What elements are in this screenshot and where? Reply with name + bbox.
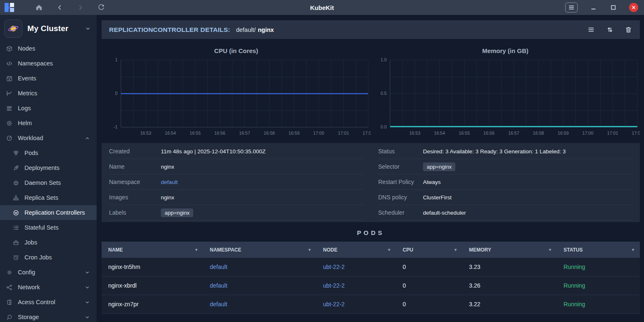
svg-text:16:55: 16:55 <box>459 131 470 136</box>
sidebar-item-workload[interactable]: Workload <box>0 131 97 145</box>
svg-text:16:58: 16:58 <box>264 131 275 136</box>
pod-namespace-link[interactable]: default <box>203 301 316 307</box>
svg-text:16:59: 16:59 <box>289 131 300 136</box>
pod-namespace-link[interactable]: default <box>203 282 316 289</box>
pod-cpu: 0 <box>396 301 462 307</box>
forward-icon[interactable] <box>76 3 85 12</box>
sidebar-item-config[interactable]: Config <box>0 265 97 280</box>
pods-table-body: nginx-tn5hm default ubt-22-2 0 3.23 Runn… <box>102 258 640 322</box>
trash-icon[interactable] <box>625 26 632 34</box>
label-badge: app=nginx <box>161 208 193 217</box>
dropdown-caret-icon[interactable]: ▾ <box>549 247 551 252</box>
column-header-name[interactable]: NAME▾ <box>102 242 203 258</box>
svg-text:16:54: 16:54 <box>165 131 176 136</box>
svg-text:16:53: 16:53 <box>409 131 420 136</box>
svg-text:17:01: 17:01 <box>338 131 349 136</box>
column-header-cpu[interactable]: CPU▾ <box>396 242 462 258</box>
svg-text:-1: -1 <box>114 125 118 130</box>
charts-row: CPU (in Cores) 10-116:5316:5416:5516:561… <box>102 43 640 140</box>
helm-wheel-icon <box>6 120 13 127</box>
sidebar-item-namespaces[interactable]: Namespaces <box>0 56 97 71</box>
sidebar-item-access-control[interactable]: Acess Control <box>0 295 97 310</box>
svg-text:0.0: 0.0 <box>381 125 387 130</box>
pod-name: nginx-xbrdl <box>102 282 203 289</box>
dropdown-caret-icon[interactable]: ▾ <box>632 247 634 252</box>
pod-memory: 3.26 <box>462 282 557 289</box>
svg-text:1: 1 <box>115 58 118 63</box>
dropdown-caret-icon[interactable]: ▾ <box>388 247 390 252</box>
column-header-status[interactable]: STATUS▾ <box>557 242 640 258</box>
gear-icon <box>6 269 13 276</box>
svg-text:16:58: 16:58 <box>533 131 544 136</box>
window-menu-button[interactable] <box>565 2 578 12</box>
pod-namespace-link[interactable]: default <box>203 264 316 270</box>
pod-cpu: 0 <box>396 282 462 289</box>
sidebar-item-storage[interactable]: Storage <box>0 310 97 322</box>
sort-icon[interactable] <box>606 26 614 34</box>
pod-node-link[interactable]: ubt-22-2 <box>316 282 396 289</box>
pods-icon <box>12 150 19 157</box>
column-header-node[interactable]: NODE▾ <box>316 242 396 258</box>
pod-node-link[interactable]: ubt-22-2 <box>316 264 396 270</box>
breadcrumb-name: nginx <box>258 27 274 33</box>
back-icon[interactable] <box>56 3 64 12</box>
share-icon <box>6 284 13 291</box>
column-header-namespace[interactable]: NAMESPACE▾ <box>203 242 316 258</box>
svg-text:16:54: 16:54 <box>434 131 445 136</box>
svg-text:0.5: 0.5 <box>381 91 387 96</box>
sidebar: My Cluster Nodes Namespaces Events Metri… <box>0 15 97 322</box>
detail-row-status: StatusDesired: 3 Available: 3 Ready: 3 G… <box>378 144 632 159</box>
details-panel: Created11m 48s ago | 2025-12-04T10:50:35… <box>102 143 640 222</box>
sidebar-item-stateful-sets[interactable]: Stateful Sets <box>0 220 97 235</box>
svg-text:1.0: 1.0 <box>381 58 387 63</box>
minimize-icon[interactable] <box>589 3 598 12</box>
sidebar-item-pods[interactable]: Pods <box>0 145 97 160</box>
clock-icon <box>12 254 19 261</box>
sidebar-item-nodes[interactable]: Nodes <box>0 41 97 56</box>
maximize-icon[interactable] <box>609 3 617 12</box>
pod-memory: 3.23 <box>462 264 557 270</box>
chevron-down-icon <box>85 300 90 305</box>
pod-status: Running <box>557 282 640 289</box>
dropdown-caret-icon[interactable]: ▾ <box>309 247 311 252</box>
sidebar-item-jobs[interactable]: Jobs <box>0 235 97 250</box>
svg-text:16:55: 16:55 <box>190 131 201 136</box>
page-title: REPLICATIONCONTROLLER DETAILS: <box>109 26 230 34</box>
sidebar-item-metrics[interactable]: Metrics <box>0 86 97 101</box>
namespaces-icon <box>6 60 13 67</box>
table-row[interactable]: nginx-xbrdl default ubt-22-2 0 3.26 Runn… <box>102 276 640 295</box>
sidebar-item-events[interactable]: Events <box>0 71 97 86</box>
table-row[interactable]: nginx-zn7pr default ubt-22-2 0 3.22 Runn… <box>102 295 640 314</box>
tree-icon <box>12 194 19 201</box>
dropdown-caret-icon[interactable]: ▾ <box>195 247 197 252</box>
table-row[interactable]: nginx-tn5hm default ubt-22-2 0 3.23 Runn… <box>102 258 640 276</box>
sidebar-item-cron-jobs[interactable]: Cron Jobs <box>0 250 97 265</box>
svg-text:16:59: 16:59 <box>558 131 569 136</box>
chevron-up-icon <box>85 136 90 141</box>
detail-row-restart-policy: Restart PolicyAlways <box>378 174 632 190</box>
pod-status: Running <box>557 301 640 307</box>
column-header-memory[interactable]: MEMORY▾ <box>462 242 557 258</box>
dropdown-caret-icon[interactable]: ▾ <box>454 247 457 252</box>
svg-text:17:02: 17:02 <box>363 131 371 136</box>
sidebar-item-network[interactable]: Network <box>0 280 97 295</box>
close-icon[interactable] <box>629 3 638 12</box>
namespace-link[interactable]: default <box>161 179 178 185</box>
sidebar-item-helm[interactable]: Helm <box>0 116 97 131</box>
sidebar-item-logs[interactable]: Logs <box>0 101 97 116</box>
pod-node-link[interactable]: ubt-22-2 <box>316 301 396 307</box>
sidebar-item-deployments[interactable]: Deployments <box>0 160 97 175</box>
refresh-icon[interactable] <box>97 3 105 12</box>
sidebar-item-replication-controllers[interactable]: Replication Controllers <box>0 205 97 220</box>
menu-icon[interactable] <box>587 26 595 34</box>
controller-icon <box>12 209 19 216</box>
memory-chart-plot: 1.00.50.016:5316:5416:5516:5616:5716:581… <box>371 57 640 140</box>
sidebar-item-replica-sets[interactable]: Replica Sets <box>0 190 97 205</box>
workload-gauge-icon <box>6 135 13 142</box>
page-header: REPLICATIONCONTROLLER DETAILS: default/ … <box>102 20 640 39</box>
cluster-selector[interactable]: My Cluster <box>0 15 97 41</box>
home-icon[interactable] <box>35 3 43 12</box>
memory-chart: Memory (in GB) 1.00.50.016:5316:5416:551… <box>371 43 640 140</box>
chevron-down-icon <box>85 285 90 290</box>
sidebar-item-daemon-sets[interactable]: Daemon Sets <box>0 175 97 190</box>
